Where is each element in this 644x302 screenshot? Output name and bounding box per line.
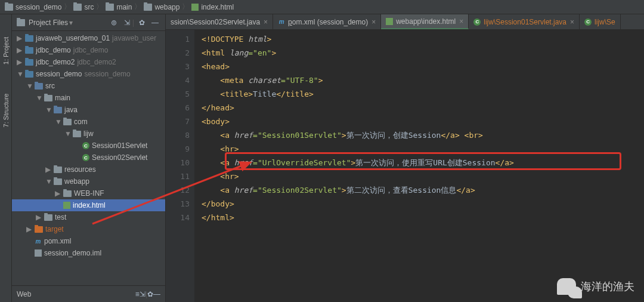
editor-tab[interactable]: Clijw\Session01Servlet.java× xyxy=(469,14,580,29)
chevron-right-icon[interactable]: ▶ xyxy=(36,213,42,221)
chevron-down-icon[interactable]: ▼ xyxy=(36,94,42,102)
hide-icon[interactable]: — xyxy=(150,17,160,28)
line-number[interactable]: 9 xyxy=(166,142,190,156)
code-line[interactable]: </head> xyxy=(202,101,644,115)
chevron-right-icon[interactable]: ▶ xyxy=(26,225,32,233)
code-line[interactable]: <head> xyxy=(202,60,644,73)
code-line[interactable]: <title>Title</title> xyxy=(202,87,644,101)
tree-item[interactable]: ▼webapp xyxy=(12,175,165,187)
tree-item[interactable]: ▶javaweb_userdemo_01javaweb_user xyxy=(12,32,165,44)
chevron-right-icon[interactable]: ▶ xyxy=(17,46,23,54)
breadcrumb-item[interactable]: main xyxy=(116,3,132,11)
code-line[interactable]: <body> xyxy=(202,115,644,128)
line-number[interactable]: 5 xyxy=(166,87,190,101)
folder-icon xyxy=(35,83,43,90)
tool-window-structure-button[interactable]: 7: Structure xyxy=(2,87,10,134)
breadcrumb[interactable]: session_demo 〉 src 〉 main 〉 webapp 〉 ind… xyxy=(0,0,644,14)
gear-icon[interactable]: ✿ xyxy=(147,290,153,298)
code-line[interactable]: <meta charset="UTF-8"> xyxy=(202,73,644,87)
code-line[interactable]: <a href="Session01Servlet">第一次访问，创建Sessi… xyxy=(202,128,644,142)
tree-item-label: jdbc_demo xyxy=(36,46,71,54)
editor-tab[interactable]: ssion\Session02Servlet.java× xyxy=(166,14,273,29)
chevron-right-icon[interactable]: ▶ xyxy=(45,165,51,174)
line-number-gutter[interactable]: 1234567891011121314 xyxy=(166,30,194,302)
collapse-icon[interactable]: ⇲ xyxy=(140,290,145,298)
breadcrumb-item[interactable]: index.html xyxy=(201,3,234,11)
line-number[interactable]: 2 xyxy=(166,46,190,60)
tree-item[interactable]: ▶target xyxy=(12,223,165,235)
code-editor[interactable]: <!DOCTYPE html><html lang="en"><head> <m… xyxy=(194,30,644,302)
sidebar-view-mode[interactable]: Project Files xyxy=(29,19,68,27)
tree-item[interactable]: ▼com xyxy=(12,116,165,128)
chevron-right-icon[interactable]: ▶ xyxy=(55,189,61,198)
line-number[interactable]: 14 xyxy=(166,211,190,224)
editor-tab[interactable]: mpom.xml (session_demo)× xyxy=(273,14,381,29)
code-line[interactable]: <hr> xyxy=(202,170,644,183)
line-number[interactable]: 13 xyxy=(166,197,190,211)
folder-icon xyxy=(144,4,152,11)
close-icon[interactable]: × xyxy=(264,18,268,26)
folder-icon xyxy=(73,131,81,137)
close-icon[interactable]: × xyxy=(371,18,376,26)
line-number[interactable]: 10 xyxy=(166,156,190,170)
chevron-down-icon[interactable]: ▼ xyxy=(17,70,23,78)
code-line[interactable]: </body> xyxy=(202,197,644,211)
chevron-down-icon[interactable]: ▼ xyxy=(45,106,51,114)
code-line[interactable]: <!DOCTYPE html> xyxy=(202,32,644,46)
project-tree[interactable]: ▶javaweb_userdemo_01javaweb_user▶jdbc_de… xyxy=(12,31,165,285)
tree-item[interactable]: ▶WEB-INF xyxy=(12,187,165,199)
tab-label: ssion\Session02Servlet.java xyxy=(171,18,260,26)
close-icon[interactable]: × xyxy=(459,17,463,26)
hide-icon[interactable]: — xyxy=(153,290,160,298)
tree-item[interactable]: session_demo.iml xyxy=(12,247,165,259)
chevron-down-icon[interactable]: ▾ xyxy=(69,19,73,27)
tree-item[interactable]: ▼main xyxy=(12,92,165,104)
chevron-right-icon[interactable]: ▶ xyxy=(17,58,23,66)
list-icon[interactable]: ≡ xyxy=(135,290,140,298)
code-line[interactable]: <hr> xyxy=(202,142,644,156)
breadcrumb-item[interactable]: webapp xyxy=(154,3,179,11)
sidebar-footer: Web ≡ ⇲ | ✿ — xyxy=(12,285,165,302)
chevron-down-icon[interactable]: ▼ xyxy=(55,118,61,126)
collapse-all-icon[interactable]: ⇲ xyxy=(122,17,132,28)
breadcrumb-item[interactable]: src xyxy=(84,3,94,11)
editor-tab[interactable]: Clijw\Se xyxy=(580,14,621,29)
editor-tab[interactable]: webapp\index.html× xyxy=(381,14,469,29)
chevron-right-icon[interactable]: ▶ xyxy=(17,34,23,42)
tree-item[interactable]: ▶jdbc_demo2jdbc_demo2 xyxy=(12,56,165,68)
tree-item[interactable]: ▼session_demosession_demo xyxy=(12,68,165,80)
tool-window-project-button[interactable]: 1: Project xyxy=(2,27,10,75)
locate-icon[interactable]: ⊚ xyxy=(109,17,119,28)
line-number[interactable]: 11 xyxy=(166,170,190,183)
breadcrumb-item[interactable]: session_demo xyxy=(16,3,61,11)
code-line[interactable]: <a href="Session02Servlet">第二次访问，查看Sessi… xyxy=(202,183,644,197)
line-number[interactable]: 6 xyxy=(166,101,190,115)
close-icon[interactable]: × xyxy=(570,18,574,26)
chevron-down-icon[interactable]: ▼ xyxy=(64,130,70,138)
tree-item[interactable]: CSession01Servlet xyxy=(12,140,165,152)
code-line[interactable]: <html lang="en"> xyxy=(202,46,644,60)
line-number[interactable]: 4 xyxy=(166,73,190,87)
tree-item[interactable]: ▶jdbc_demojdbc_demo xyxy=(12,44,165,56)
tree-item[interactable]: index.html xyxy=(12,199,165,211)
tree-item[interactable]: mpom.xml xyxy=(12,235,165,247)
web-tool-label[interactable]: Web xyxy=(17,290,31,298)
line-number[interactable]: 12 xyxy=(166,183,190,197)
line-number[interactable]: 1 xyxy=(166,32,190,46)
chevron-down-icon[interactable]: ▼ xyxy=(26,82,32,90)
tree-item-label: com xyxy=(74,118,88,126)
tree-item[interactable]: ▼java xyxy=(12,104,165,116)
line-number[interactable]: 7 xyxy=(166,115,190,128)
tree-item[interactable]: CSession02Servlet xyxy=(12,152,165,164)
tree-item[interactable]: ▼lijw xyxy=(12,128,165,140)
chevron-down-icon[interactable]: ▼ xyxy=(45,177,51,186)
tree-item[interactable]: ▶test xyxy=(12,211,165,223)
code-line[interactable]: </html> xyxy=(202,211,644,224)
tree-item[interactable]: ▼src xyxy=(12,80,165,92)
tree-item-label: java xyxy=(64,106,78,114)
gear-icon[interactable]: ✿ xyxy=(137,17,147,28)
line-number[interactable]: 3 xyxy=(166,60,190,73)
line-number[interactable]: 8 xyxy=(166,128,190,142)
code-line[interactable]: <a href="UrlOverrideServlet">第一次访问，使用重写U… xyxy=(202,156,644,170)
tree-item[interactable]: ▶resources xyxy=(12,164,165,175)
